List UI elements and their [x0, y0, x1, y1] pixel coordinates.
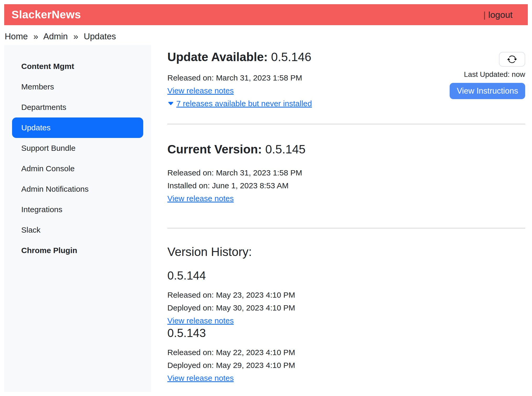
sidebar-item-members[interactable]: Members: [12, 77, 143, 97]
view-release-notes-link[interactable]: View release notes: [167, 374, 234, 382]
update-available-info: Update Available: 0.5.146 Released on: M…: [167, 50, 312, 110]
view-release-notes-link[interactable]: View release notes: [167, 194, 234, 203]
update-available-version: 0.5.146: [271, 50, 311, 64]
logout-link[interactable]: logout: [488, 10, 513, 20]
layout: Content Mgmt Members Departments Updates…: [4, 45, 528, 395]
entry-version-number: 0.5.144: [167, 270, 525, 282]
view-release-notes-link[interactable]: View release notes: [167, 316, 234, 325]
entry-deployed-on: Deployed on: May 30, 2023 4:10 PM: [167, 301, 525, 314]
sidebar-item-slack[interactable]: Slack: [12, 220, 143, 240]
sidebar-item-admin-notifications[interactable]: Admin Notifications: [12, 179, 143, 199]
app-header: SlackerNews |logout: [4, 4, 528, 25]
update-available-heading: Update Available: 0.5.146: [167, 50, 312, 63]
releases-toggle-line: 7 releases available but never installed: [167, 97, 312, 110]
releases-toggle-link[interactable]: 7 releases available but never installed: [176, 97, 312, 110]
sidebar-item-chrome-plugin[interactable]: Chrome Plugin: [12, 240, 143, 261]
sidebar-menu: Content Mgmt Members Departments Updates…: [4, 56, 151, 261]
entry-release-notes-line: View release notes: [167, 372, 525, 384]
page: SlackerNews |logout Home » Admin » Updat…: [0, 0, 532, 396]
refresh-icon: [507, 54, 517, 64]
current-version-section: Current Version: 0.5.145 Released on: Ma…: [167, 143, 525, 205]
logout-area: |logout: [483, 10, 520, 20]
section-divider: [167, 228, 525, 228]
view-release-notes-link[interactable]: View release notes: [167, 86, 234, 95]
breadcrumb-separator: »: [73, 31, 78, 41]
refresh-button[interactable]: [499, 52, 525, 67]
section-divider: [167, 124, 525, 124]
caret-down-icon[interactable]: [167, 100, 174, 107]
last-updated-text: Last Updated: now: [464, 70, 525, 79]
version-history-entry: 0.5.144 Released on: May 23, 2023 4:10 P…: [167, 270, 525, 327]
current-release-notes-line: View release notes: [167, 192, 525, 205]
entry-release-notes-line: View release notes: [167, 314, 525, 327]
update-available-section: Update Available: 0.5.146 Released on: M…: [167, 50, 525, 110]
sidebar-item-admin-console[interactable]: Admin Console: [12, 158, 143, 179]
sidebar-item-content-mgmt[interactable]: Content Mgmt: [12, 56, 143, 77]
version-history-heading: Version History:: [167, 245, 525, 258]
entry-released-on: Released on: May 22, 2023 4:10 PM: [167, 346, 525, 359]
sidebar-item-departments[interactable]: Departments: [12, 97, 143, 117]
app-title: SlackerNews: [12, 8, 81, 21]
update-actions: Last Updated: now View Instructions: [450, 50, 525, 110]
breadcrumb-home[interactable]: Home: [5, 31, 28, 41]
version-history-entry: 0.5.143 Released on: May 22, 2023 4:10 P…: [167, 327, 525, 384]
breadcrumb: Home » Admin » Updates: [5, 31, 528, 41]
sidebar-item-updates[interactable]: Updates: [12, 117, 143, 138]
update-available-label: Update Available:: [167, 50, 268, 64]
sidebar-item-integrations[interactable]: Integrations: [12, 199, 143, 220]
view-instructions-button[interactable]: View Instructions: [450, 83, 525, 99]
update-release-notes-line: View release notes: [167, 84, 312, 97]
logout-separator: |: [483, 10, 486, 20]
entry-released-on: Released on: May 23, 2023 4:10 PM: [167, 288, 525, 301]
breadcrumb-updates[interactable]: Updates: [84, 31, 116, 41]
current-installed-on: Installed on: June 1, 2023 8:53 AM: [167, 179, 525, 192]
current-version-label: Current Version:: [167, 142, 262, 156]
main-content: Update Available: 0.5.146 Released on: M…: [151, 45, 528, 395]
current-version-heading: Current Version: 0.5.145: [167, 143, 525, 156]
entry-version-number: 0.5.143: [167, 327, 525, 339]
update-released-on: Released on: March 31, 2023 1:58 PM: [167, 71, 312, 84]
breadcrumb-separator: »: [33, 31, 38, 41]
current-version-number: 0.5.145: [265, 142, 305, 156]
breadcrumb-admin[interactable]: Admin: [43, 31, 68, 41]
entry-deployed-on: Deployed on: May 29, 2023 4:10 PM: [167, 359, 525, 372]
sidebar-item-support-bundle[interactable]: Support Bundle: [12, 138, 143, 158]
version-history-section: Version History: 0.5.144 Released on: Ma…: [167, 245, 525, 395]
sidebar: Content Mgmt Members Departments Updates…: [4, 45, 151, 392]
current-released-on: Released on: March 31, 2023 1:58 PM: [167, 166, 525, 179]
